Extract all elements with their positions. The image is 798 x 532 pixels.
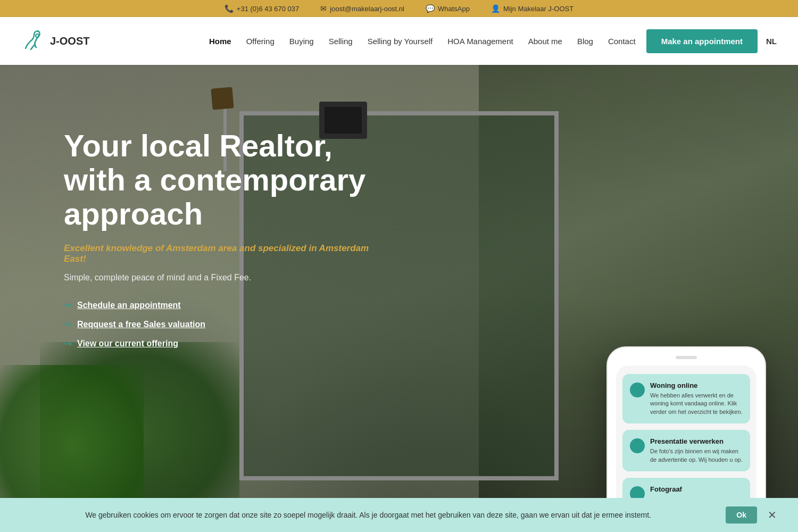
account-label: Mijn Makelaar J-OOST (503, 5, 573, 13)
nav-hoa[interactable]: HOA Management (447, 37, 513, 46)
phone-card-desc-2: De foto's zijn binnen en wij maken de ad… (650, 447, 743, 464)
arrow-icon-1: ↪ (64, 300, 72, 311)
nav-home[interactable]: Home (209, 37, 231, 46)
logo-text: J-OOST (50, 35, 89, 47)
phone-card-title-3: Fotograaf (650, 485, 682, 493)
hero-section: Your local Realtor, with a contemporary … (0, 65, 798, 527)
whatsapp-item[interactable]: 💬 WhatsApp (426, 4, 470, 13)
phone-card-desc-1: We hebben alles verwerkt en de woning ko… (650, 392, 743, 416)
phone-item[interactable]: 📞 +31 (0)6 43 670 037 (225, 4, 299, 13)
hero-link-2: ↪ Reqquest a free Sales valuation (64, 319, 372, 330)
hero-link-1: ↪ Schedule an appointment (64, 300, 372, 311)
cookie-banner: We gebruiken cookies om ervoor te zorgen… (0, 498, 798, 527)
phone-card-2: Presentatie verwerken De foto's zijn bin… (622, 430, 750, 471)
arrow-icon-2: ↪ (64, 319, 72, 330)
arrow-icon-3: ↪ (64, 338, 72, 350)
nav-about[interactable]: About me (528, 37, 562, 46)
nav-contact[interactable]: Contact (608, 37, 636, 46)
phone-card-text-2: Presentatie verwerken De foto's zijn bin… (650, 437, 743, 464)
email-item[interactable]: ✉ joost@makelaarj-oost.nl (320, 4, 404, 13)
account-item[interactable]: 👤 Mijn Makelaar J-OOST (491, 4, 573, 13)
language-button[interactable]: NL (766, 37, 777, 46)
cookie-close-button[interactable]: ✕ (768, 509, 777, 521)
phone-card-title-2: Presentatie verwerken (650, 437, 743, 445)
nav-selling-yourself[interactable]: Selling by Yourself (368, 37, 433, 46)
phone-dot-2 (630, 438, 645, 453)
top-bar: 📞 +31 (0)6 43 670 037 ✉ joost@makelaarj-… (0, 0, 798, 17)
hero-links: ↪ Schedule an appointment ↪ Reqquest a f… (64, 300, 372, 350)
nav-offering[interactable]: Offering (246, 37, 275, 46)
phone-screen: Woning online We hebben alles verwerkt e… (616, 365, 757, 517)
hero-text-block: Your local Realtor, with a contemporary … (64, 129, 372, 350)
nav-selling[interactable]: Selling (329, 37, 353, 46)
sales-valuation-link[interactable]: Reqquest a free Sales valuation (77, 320, 205, 329)
account-icon: 👤 (491, 4, 500, 13)
phone-dot-1 (630, 383, 645, 397)
nav-blog[interactable]: Blog (577, 37, 593, 46)
current-offering-link[interactable]: View our current offering (77, 339, 178, 348)
cookie-text: We gebruiken cookies om ervoor te zorgen… (21, 511, 715, 519)
logo[interactable]: J-OOST (21, 28, 89, 54)
hero-subtitle: Excellent knowledge of Amsterdam area an… (64, 243, 372, 264)
phone-card-text-1: Woning online We hebben alles verwerkt e… (650, 381, 743, 416)
phone-card-1: Woning online We hebben alles verwerkt e… (622, 374, 750, 423)
hero-description: Simple, complete peace of mind and a Fix… (64, 273, 372, 282)
hero-link-3: ↪ View our current offering (64, 338, 372, 350)
phone-number: +31 (0)6 43 670 037 (237, 5, 299, 13)
phone-card-text-3: Fotograaf (650, 485, 682, 495)
hero-title: Your local Realtor, with a contemporary … (64, 129, 372, 230)
cookie-ok-button[interactable]: Ok (726, 506, 757, 523)
whatsapp-label: WhatsApp (438, 5, 470, 13)
phone-notch (676, 356, 697, 359)
schedule-appointment-link[interactable]: Schedule an appointment (77, 301, 181, 310)
phone-card-title-1: Woning online (650, 381, 743, 389)
whatsapp-icon: 💬 (426, 4, 435, 13)
nav-links: Home Offering Buying Selling Selling by … (209, 37, 636, 46)
appointment-button[interactable]: Make an appointment (646, 29, 758, 53)
logo-icon (21, 28, 47, 54)
navbar: J-OOST Home Offering Buying Selling Sell… (0, 17, 798, 65)
email-address: joost@makelaarj-oost.nl (330, 5, 404, 13)
nav-buying[interactable]: Buying (289, 37, 314, 46)
svg-point-0 (36, 34, 39, 37)
phone-icon: 📞 (225, 4, 234, 13)
email-icon: ✉ (320, 4, 327, 13)
